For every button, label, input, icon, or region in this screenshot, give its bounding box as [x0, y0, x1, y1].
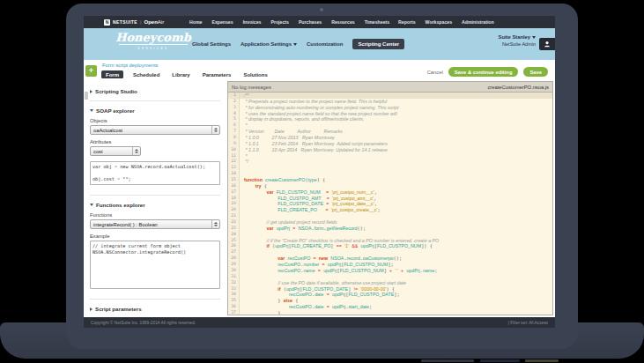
- tab-form[interactable]: Form: [101, 70, 123, 78]
- objects-label: Objects: [90, 118, 220, 123]
- nav-item-invoices[interactable]: Invoices: [243, 19, 262, 25]
- menu-global-settings[interactable]: Global Settings: [192, 41, 231, 47]
- code-line: 27: [228, 249, 552, 256]
- nav-item-resources[interactable]: Resources: [331, 19, 355, 25]
- cancel-button[interactable]: Cancel: [427, 70, 443, 75]
- code-line: 13: [228, 165, 552, 171]
- tab-library[interactable]: Library: [169, 70, 192, 78]
- code-line: 28 var recCustPO = new NSOA.record.oaCus…: [228, 256, 552, 262]
- add-button[interactable]: +: [85, 65, 97, 77]
- code-editor-panel: No log messages createCustomerPO.nsoa.js…: [227, 81, 553, 315]
- nav-item-administration[interactable]: Administration: [462, 19, 494, 25]
- code-line: 29 recCustPO.number = updPrj[FLD_CUSTPO_…: [228, 262, 552, 268]
- user-name-label: Suite Stanley: [499, 34, 530, 40]
- company-logo-text: Honeycomb: [115, 31, 191, 44]
- save-continue-button[interactable]: Save & continue editing: [448, 67, 519, 77]
- top-nav-bar: N NETSUITE | OpenAir Home Expenses Invoi…: [84, 16, 555, 28]
- section-label: Script parameters: [95, 306, 142, 312]
- chevron-down-icon: [293, 43, 297, 46]
- attributes-select[interactable]: cost: [90, 146, 141, 156]
- nav-item-reports[interactable]: Reports: [398, 19, 416, 25]
- soap-snippet-textarea[interactable]: var obj = new NSOA.record.oaActualcost()…: [90, 161, 220, 185]
- desk-reflection: [480, 359, 520, 362]
- editor-header: No log messages createCustomerPO.nsoa.js: [228, 82, 552, 93]
- section-script-parameters[interactable]: Script parameters: [90, 306, 220, 312]
- section-functions-explorer[interactable]: Functions explorer: [90, 202, 220, 208]
- functions-select-value: integrateRecord( ) : Boolean: [93, 222, 158, 227]
- toolbar-actions: Cancel Save & continue editing Save: [427, 67, 548, 77]
- editor-filename: createCustomerPO.nsoa.js: [487, 85, 549, 90]
- select-stepper-icon: [132, 147, 139, 155]
- section-scripting-studio[interactable]: Scripting Studio: [90, 88, 220, 94]
- tab-solutions[interactable]: Solutions: [241, 70, 270, 78]
- log-status: No log messages: [232, 85, 271, 90]
- attributes-select-value: cost: [93, 149, 103, 154]
- section-label: Scripting Studio: [95, 88, 137, 94]
- expanded-arrow-icon: [90, 204, 93, 206]
- example-label: Example: [90, 233, 220, 239]
- code-line: 16 try {: [228, 183, 552, 189]
- openair-air: Air: [158, 19, 164, 25]
- user-info[interactable]: Suite Stanley NetSuite Admin: [499, 34, 536, 47]
- filter-set-text: | Filter set: All Access: [508, 321, 548, 325]
- user-name: Suite Stanley: [499, 34, 536, 40]
- menu-customization[interactable]: Customization: [307, 41, 343, 47]
- tab-parameters[interactable]: Parameters: [200, 70, 234, 78]
- code-line: 2 * Prepends a project number to the pro…: [228, 99, 552, 105]
- section-label: SOAP explorer: [96, 107, 135, 114]
- expanded-arrow-icon: [90, 109, 93, 112]
- menu-application-settings-label: Application Settings: [241, 41, 292, 47]
- functions-label: Functions: [90, 212, 220, 218]
- profile-button[interactable]: [539, 38, 555, 50]
- page: N NETSUITE | OpenAir Home Expenses Invoi…: [0, 0, 644, 363]
- code-line: 7 * Version Date Author Remarks: [228, 129, 552, 135]
- browser-viewport: N NETSUITE | OpenAir Home Expenses Invoi…: [84, 16, 555, 328]
- functions-select[interactable]: integrateRecord( ) : Boolean: [90, 219, 220, 229]
- panel-handle[interactable]: [85, 92, 88, 100]
- code-line: 19 FLD_CUSTPO_DATE = 'prj_custpo_date__c…: [228, 201, 552, 207]
- nav-item-home[interactable]: Home: [189, 19, 202, 25]
- nav-item-expenses[interactable]: Expenses: [211, 19, 233, 25]
- scripting-toolbar: + Form script deployments Form Scheduled…: [84, 60, 555, 81]
- menu-scripting-center[interactable]: Scripting Center: [352, 39, 404, 49]
- code-line: 10 * 1.1.0 10 Apr 2014 Ryan Morrissey Up…: [228, 147, 552, 153]
- example-textarea[interactable]: // integrate current form object NSOA.NS…: [90, 241, 220, 289]
- logo-divider: |: [140, 19, 142, 25]
- nav-item-projects[interactable]: Projects: [270, 19, 288, 25]
- section-label: Functions explorer: [96, 202, 145, 208]
- code-line: 9 * 1.0.1 23 Feb 2014 Ryan Morrissey Add…: [228, 141, 552, 147]
- openair-wordmark: OpenAir: [144, 19, 165, 25]
- netsuite-wordmark: NETSUITE: [113, 19, 137, 25]
- copyright-text: Copyright © NetSuite Inc. 1999-2014 All …: [91, 321, 196, 325]
- nav-item-purchases[interactable]: Purchases: [299, 19, 322, 25]
- top-nav-right-group: Reports Workspaces Administration: [398, 16, 494, 28]
- deployment-tabs: Form Scheduled Library Parameters Soluti…: [101, 70, 270, 78]
- collapsed-arrow-icon: [90, 90, 93, 93]
- code-line: 36 recCustPO.date = updPrj.start_date;: [228, 304, 552, 310]
- save-button[interactable]: Save: [523, 67, 548, 77]
- user-role: NetSuite Admin: [499, 41, 536, 47]
- code-lines[interactable]: 1/**2 * Prepends a project number to the…: [228, 93, 552, 315]
- menu-application-settings[interactable]: Application Settings: [241, 41, 297, 47]
- code-line: 31: [228, 274, 552, 280]
- code-line: 22 // get updated project record fields: [228, 219, 552, 226]
- attributes-label: Attributes: [90, 139, 220, 144]
- select-stepper-icon: [211, 126, 218, 134]
- code-line: 20 FLD_CREATE_PO = 'prj_custpo_create__c…: [228, 207, 552, 213]
- code-line: 37 }: [228, 310, 552, 315]
- code-line: 17 var FLD_CUSTPO_NUM = 'prj_custpo_num_…: [228, 189, 552, 196]
- breadcrumb[interactable]: Form script deployments: [102, 63, 158, 68]
- footer-bar: Copyright © NetSuite Inc. 1999-2014 All …: [84, 317, 555, 328]
- nav-item-workspaces[interactable]: Workspaces: [426, 19, 452, 25]
- tab-scheduled[interactable]: Scheduled: [130, 70, 162, 78]
- code-line: 33 if (updPrj[FLD_CUSTPO_DATE] != '0000-…: [228, 286, 552, 293]
- code-line: 24: [228, 232, 552, 238]
- top-nav-main-group: Home Expenses Invoices Projects Purchase…: [189, 16, 389, 28]
- code-line: 15function createCustomerPO(type) {: [228, 177, 552, 183]
- objects-select[interactable]: oaActualcost: [90, 125, 220, 135]
- section-soap-explorer[interactable]: SOAP explorer: [90, 107, 220, 114]
- code-line: 21: [228, 213, 552, 219]
- code-line: 18 FLD_CUSTPO_AMT = 'prj_custpo_amt__c',: [228, 196, 552, 202]
- code-line: 8 * 1.0.0 27 Nov 2013 Ryan Morrissey: [228, 135, 552, 141]
- nav-item-timesheets[interactable]: Timesheets: [365, 19, 389, 25]
